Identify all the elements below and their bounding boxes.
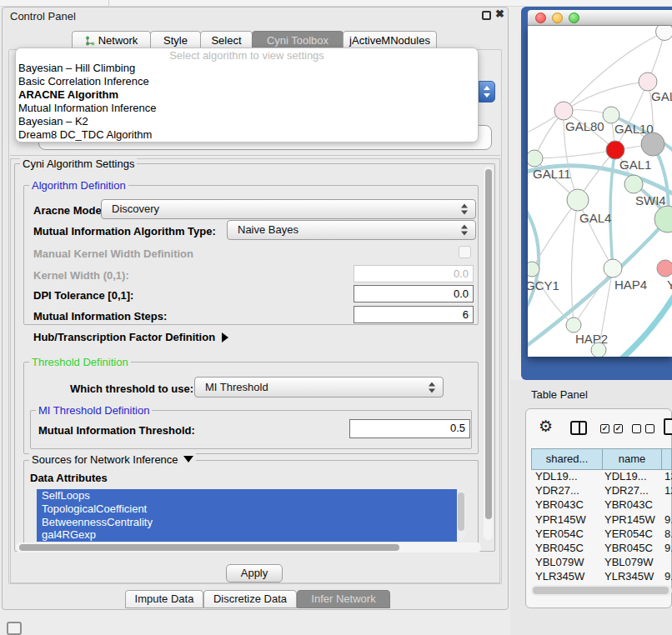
table-cell: YDR27... — [602, 484, 661, 498]
network-node-gal4[interactable] — [567, 189, 589, 211]
data-attribute-item[interactable]: gal4RGexp — [37, 528, 457, 542]
vertical-scrollbar-thumb[interactable] — [485, 169, 492, 519]
network-node[interactable] — [656, 26, 672, 41]
columns-icon[interactable] — [570, 421, 587, 435]
new-table-icon[interactable] — [664, 418, 672, 435]
manual-kernel-width-checkbox[interactable] — [459, 246, 471, 258]
algorithm-option[interactable]: Bayesian – K2 — [16, 115, 478, 128]
expand-right-icon — [222, 332, 228, 342]
vertical-scrollbar[interactable] — [484, 167, 493, 540]
kernel-width-field[interactable]: 0.0 — [354, 265, 474, 282]
network-node[interactable] — [591, 342, 606, 357]
table-row[interactable]: YLR345WYLR345W9. — [531, 570, 672, 584]
close-icon[interactable]: ✖ — [495, 8, 504, 20]
tab-infer-network[interactable]: Infer Network — [297, 590, 390, 608]
list-scrollbar-thumb[interactable] — [458, 492, 464, 531]
network-node-gal80[interactable] — [554, 102, 573, 120]
data-attributes-list[interactable]: SelfLoopsTopologicalCoefficientBetweenne… — [37, 489, 457, 542]
table-horizontal-scrollbar[interactable] — [531, 585, 672, 596]
data-attribute-item[interactable]: SelfLoops — [37, 489, 457, 502]
tab-impute-data[interactable]: Impute Data — [125, 590, 203, 608]
table-row[interactable]: YDR27...YDR27...12 — [531, 484, 672, 498]
checkbox-checked-icon[interactable]: ✓ — [614, 424, 623, 433]
network-edge[interactable] — [610, 150, 615, 268]
network-node-gal[interactable] — [639, 72, 657, 91]
network-node-swi4[interactable] — [624, 175, 643, 193]
table-row[interactable]: YBL079WYBL079W — [531, 556, 672, 570]
data-attribute-item[interactable]: BetweennessCentrality — [37, 516, 457, 529]
network-node-gcy1[interactable] — [528, 262, 539, 277]
table-cell — [661, 498, 672, 512]
tab-discretize-data[interactable]: Discretize Data — [203, 590, 297, 608]
table-row[interactable]: YBR043CYBR043C — [531, 498, 672, 512]
mi-steps-field[interactable]: 6 — [354, 306, 474, 323]
top-strip-divider — [108, 0, 109, 6]
mi-threshold-field[interactable]: 0.5 — [349, 419, 470, 438]
network-window-titlebar[interactable] — [528, 10, 672, 26]
network-edge[interactable] — [621, 297, 672, 357]
network-edge[interactable] — [574, 268, 613, 325]
network-node-label: GAL80 — [565, 119, 604, 133]
network-node-label: HAP4 — [614, 278, 647, 292]
network-node-gal1[interactable] — [606, 141, 624, 159]
table-cell: 9. — [661, 570, 672, 584]
apply-button[interactable]: Apply — [226, 564, 283, 582]
algorithm-option[interactable]: ARACNE Algorithm — [16, 88, 478, 102]
minimize-traffic-light[interactable] — [552, 12, 563, 23]
float-window-icon[interactable] — [482, 11, 491, 20]
table-row[interactable]: YBR045CYBR045C9. — [531, 542, 672, 556]
minimized-panel-icon[interactable] — [7, 622, 22, 635]
column-header[interactable]: name — [602, 448, 661, 470]
table-panel-title: Table Panel — [531, 388, 588, 401]
collapse-down-icon — [183, 456, 193, 462]
network-edge[interactable] — [564, 82, 648, 111]
sources-legend[interactable]: Sources for Network Inference — [29, 453, 196, 466]
algorithm-option[interactable]: Basic Correlation Inference — [16, 75, 478, 88]
table-cell: 9. — [661, 513, 672, 528]
column-header[interactable]: shared... — [531, 448, 602, 470]
checkbox-checked-icon[interactable]: ✓ — [600, 424, 609, 433]
horizontal-scrollbar[interactable] — [16, 542, 481, 552]
gear-icon[interactable]: ⚙ — [539, 418, 553, 436]
data-attribute-item[interactable]: TopologicalCoefficient — [37, 502, 457, 516]
network-node-y[interactable] — [657, 260, 672, 277]
network-node-gal11[interactable] — [528, 150, 543, 167]
table-row[interactable]: YDL19...YDL19...13 — [531, 470, 672, 484]
table-scrollbar-thumb[interactable] — [533, 587, 669, 594]
network-node-label: GAL11 — [533, 167, 571, 181]
column-header[interactable] — [661, 448, 672, 470]
table-row[interactable]: YER054CYER054C8. — [531, 528, 672, 542]
network-node-label: GAL4 — [579, 211, 611, 225]
algorithm-definition-legend: Algorithm Definition — [29, 179, 128, 192]
network-edge[interactable] — [564, 32, 664, 111]
algorithm-option[interactable]: Bayesian – Hill Climbing — [16, 62, 478, 75]
aracne-mode-select[interactable]: Discovery — [101, 199, 476, 219]
network-node-gal10[interactable] — [603, 107, 619, 123]
checkbox-unchecked-icon[interactable] — [632, 424, 641, 433]
algorithm-option[interactable]: Dream8 DC_TDC Algorithm — [16, 128, 478, 142]
list-scrollbar[interactable] — [457, 491, 465, 540]
dpi-tolerance-field[interactable]: 0.0 — [354, 285, 474, 302]
manual-kernel-width-label: Manual Kernel Width Definition — [33, 248, 193, 260]
zoom-traffic-light[interactable] — [569, 12, 579, 23]
close-traffic-light[interactable] — [535, 12, 546, 23]
network-node[interactable] — [641, 132, 664, 156]
table-row[interactable]: YPR145WYPR145W9. — [531, 513, 672, 528]
which-threshold-select[interactable]: MI Threshold — [194, 377, 444, 398]
horizontal-scrollbar-thumb[interactable] — [19, 544, 399, 551]
screen: Control Panel ✖ Network Style Select Cyn… — [0, 0, 672, 635]
combobox-spinner-button[interactable] — [479, 81, 495, 102]
tab-label: Network — [98, 34, 138, 47]
mi-algorithm-type-select[interactable]: Naive Bayes — [227, 220, 476, 240]
network-node-hap4[interactable] — [604, 259, 622, 278]
network-edge[interactable] — [534, 150, 615, 158]
network-node-hap2[interactable] — [566, 318, 581, 332]
network-canvas[interactable]: GALGAL80GAL10GAL1GAL11SWI4GAL4GCY1HAP4YH… — [528, 26, 672, 357]
hub-factor-definition-toggle[interactable]: Hub/Transcription Factor Definition — [33, 331, 228, 343]
sources-legend-label: Sources for Network Inference — [32, 453, 178, 466]
table-cell: YDL19... — [602, 470, 661, 484]
checkbox-unchecked-icon[interactable] — [645, 424, 654, 433]
network-node-label: GAL1 — [619, 158, 651, 172]
dpi-tolerance-label: DPI Tolerance [0,1]: — [33, 289, 133, 302]
algorithm-option[interactable]: Mutual Information Inference — [16, 102, 478, 115]
